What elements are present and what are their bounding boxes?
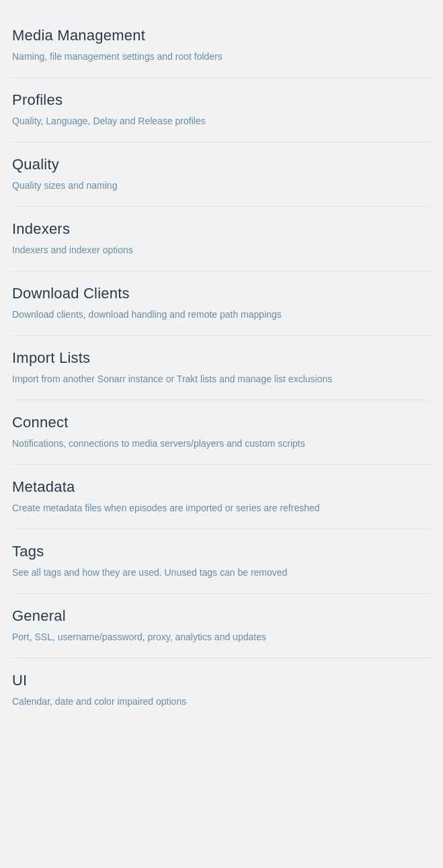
settings-item-indexers[interactable]: IndexersIndexers and indexer options: [12, 207, 431, 271]
settings-list: Media ManagementNaming, file management …: [12, 13, 431, 722]
settings-description-profiles: Quality, Language, Delay and Release pro…: [12, 114, 431, 128]
settings-item-connect[interactable]: ConnectNotifications, connections to med…: [12, 400, 431, 465]
settings-title-media-management: Media Management: [12, 27, 431, 44]
settings-item-general[interactable]: GeneralPort, SSL, username/password, pro…: [12, 594, 431, 658]
settings-description-tags: See all tags and how they are used. Unus…: [12, 566, 431, 580]
settings-item-import-lists[interactable]: Import ListsImport from another Sonarr i…: [12, 336, 431, 400]
settings-title-metadata: Metadata: [12, 478, 431, 496]
settings-title-tags: Tags: [12, 543, 431, 560]
settings-title-quality: Quality: [12, 156, 431, 173]
settings-title-indexers: Indexers: [12, 220, 431, 238]
settings-item-metadata[interactable]: MetadataCreate metadata files when episo…: [12, 465, 431, 529]
settings-description-indexers: Indexers and indexer options: [12, 243, 431, 257]
settings-description-metadata: Create metadata files when episodes are …: [12, 501, 431, 515]
settings-item-ui[interactable]: UICalendar, date and color impaired opti…: [12, 658, 431, 722]
settings-description-media-management: Naming, file management settings and roo…: [12, 50, 431, 64]
settings-item-download-clients[interactable]: Download ClientsDownload clients, downlo…: [12, 271, 431, 336]
settings-title-general: General: [12, 607, 431, 625]
settings-description-quality: Quality sizes and naming: [12, 179, 431, 193]
settings-title-download-clients: Download Clients: [12, 285, 431, 302]
settings-title-connect: Connect: [12, 414, 431, 431]
settings-title-ui: UI: [12, 672, 431, 689]
settings-item-profiles[interactable]: ProfilesQuality, Language, Delay and Rel…: [12, 78, 431, 142]
settings-item-tags[interactable]: TagsSee all tags and how they are used. …: [12, 529, 431, 594]
settings-description-import-lists: Import from another Sonarr instance or T…: [12, 372, 431, 386]
settings-description-connect: Notifications, connections to media serv…: [12, 437, 431, 451]
settings-item-media-management[interactable]: Media ManagementNaming, file management …: [12, 13, 431, 78]
settings-description-ui: Calendar, date and color impaired option…: [12, 695, 431, 709]
settings-description-general: Port, SSL, username/password, proxy, ana…: [12, 630, 431, 644]
settings-description-download-clients: Download clients, download handling and …: [12, 308, 431, 322]
settings-title-profiles: Profiles: [12, 91, 431, 109]
settings-item-quality[interactable]: QualityQuality sizes and naming: [12, 142, 431, 207]
settings-title-import-lists: Import Lists: [12, 349, 431, 367]
